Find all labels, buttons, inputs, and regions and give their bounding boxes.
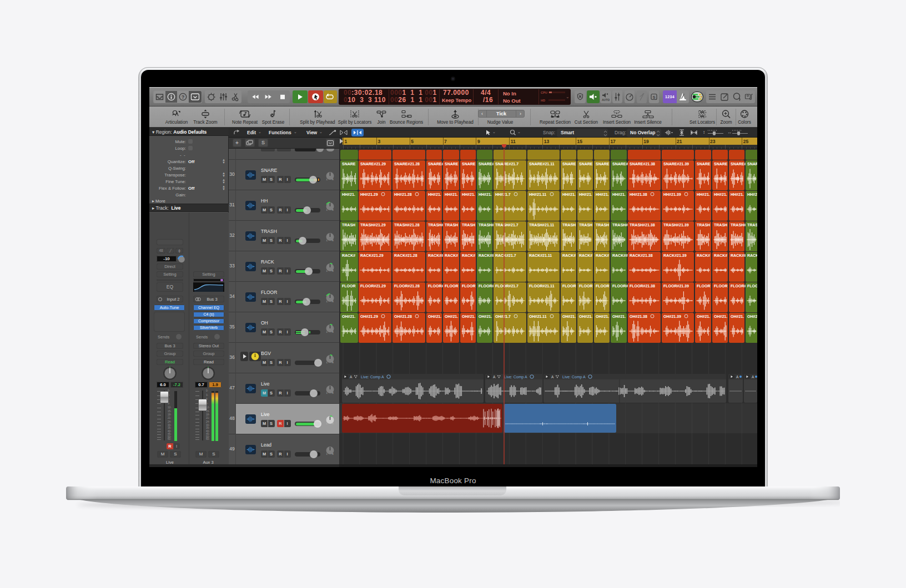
svg-text:R: R	[332, 392, 334, 394]
svg-text:HH#21.: HH#21.	[596, 192, 609, 196]
svg-text:TRASH#21.28: TRASH#21.28	[394, 223, 420, 227]
svg-text:TRASH: TRASH	[714, 223, 727, 227]
svg-text:HH#21.11: HH#21.11	[529, 192, 546, 196]
svg-text:A: A	[551, 375, 554, 379]
svg-text:TRASH: TRASH	[596, 223, 609, 227]
svg-text:SNARE: SNARE	[342, 162, 356, 166]
svg-text:HH#21.: HH#21.	[445, 192, 458, 196]
svg-text:FLOOR: FLOOR	[445, 284, 459, 288]
svg-text:OH#21.: OH#21.	[562, 315, 576, 318]
svg-text:FLOOR: FLOOR	[579, 284, 593, 288]
svg-text:TRASH#21.11: TRASH#21.11	[529, 223, 554, 227]
svg-text:TRASH#: TRASH#	[479, 223, 494, 227]
svg-text:HH#21.: HH#21.	[579, 192, 592, 196]
svg-text:R: R	[332, 453, 334, 455]
svg-text:Live: Comp A: Live: Comp A	[361, 375, 384, 379]
svg-text:R: R	[332, 300, 334, 303]
svg-text:OH#21.: OH#21.	[714, 315, 727, 318]
svg-text:HH#21.: HH#21.	[479, 192, 492, 196]
svg-text:TRASH: TRASH	[562, 223, 576, 227]
svg-text:SNARE#21.11: SNARE#21.11	[529, 162, 555, 166]
svg-text:FLOOR#21.39: FLOOR#21.39	[663, 284, 689, 288]
svg-text:RACK#: RACK#	[714, 254, 727, 257]
svg-text:TRASH: TRASH	[342, 223, 355, 227]
svg-text:SNARE#: SNARE#	[479, 162, 495, 166]
svg-text:HH#21.: HH#21.	[462, 192, 475, 196]
svg-text:A: A	[752, 375, 754, 379]
svg-text:TRASH: TRASH	[579, 223, 592, 227]
svg-text:OH#21: OH#21	[747, 315, 757, 318]
svg-text:OH#21.: OH#21.	[697, 315, 710, 318]
svg-text:SNARE: SNARE	[596, 162, 610, 166]
svg-text:TRASH#21.38: TRASH#21.38	[630, 223, 655, 227]
svg-text:RACK#21.39: RACK#21.39	[663, 254, 687, 257]
svg-text:RACK#: RACK#	[462, 254, 475, 257]
svg-text:RACK#: RACK#	[697, 254, 710, 257]
svg-text:R: R	[332, 209, 334, 211]
svg-text:SNARE: SNARE	[697, 162, 711, 166]
svg-text:TRASH#21.39: TRASH#21.39	[663, 223, 689, 227]
svg-text:OH#21.11: OH#21.11	[529, 315, 547, 318]
svg-text:OH#21.: OH#21.	[445, 315, 458, 318]
svg-text:R: R	[332, 239, 334, 242]
svg-text:R: R	[332, 178, 334, 181]
svg-text:SNARE: SNARE	[562, 162, 576, 166]
svg-text:FLOOR: FLOOR	[697, 284, 711, 288]
svg-text:FLOOR#21.28: FLOOR#21.28	[394, 284, 420, 288]
svg-text:TRASH: TRASH	[747, 223, 757, 227]
svg-text:SNARE: SNARE	[747, 162, 757, 166]
svg-text:HH#21.38: HH#21.38	[630, 192, 647, 196]
svg-text:RACK##: RACK##	[612, 254, 628, 257]
svg-text:HH#21.: HH#21.	[731, 192, 744, 196]
svg-text:TRASH: TRASH	[462, 223, 475, 227]
svg-text:SNARE: SNARE	[714, 162, 728, 166]
svg-text:Live: Comp A: Live: Comp A	[562, 375, 586, 379]
svg-text:FLOOR#21.29: FLOOR#21.29	[360, 284, 386, 288]
svg-text:OH#21.: OH#21.	[462, 315, 475, 318]
svg-text:FLOOR#: FLOOR#	[479, 284, 494, 288]
svg-text:HH#21.39: HH#21.39	[663, 192, 681, 196]
svg-text:TRASH#: TRASH#	[731, 223, 746, 227]
svg-text:OH#21.7: OH#21.7	[495, 315, 511, 318]
svg-text:TRASH#: TRASH#	[612, 223, 628, 227]
svg-text:OH#21.: OH#21.	[428, 315, 441, 318]
svg-text:RACK#21.29: RACK#21.29	[360, 254, 384, 257]
svg-text:RACK#: RACK#	[747, 254, 757, 257]
svg-text:HH#21.: HH#21.	[697, 192, 710, 196]
svg-text:OH#21.: OH#21.	[479, 315, 492, 318]
svg-text:RACK#: RACK#	[445, 254, 458, 257]
svg-text:R: R	[332, 361, 334, 364]
svg-text:RACK#: RACK#	[579, 254, 592, 257]
svg-text:OH#21.29: OH#21.29	[360, 315, 378, 318]
svg-text:FLOOR: FLOOR	[747, 284, 757, 288]
svg-text:TRASH: TRASH	[697, 223, 710, 227]
svg-text:FLOOR#: FLOOR#	[731, 284, 746, 288]
svg-text:HH#21.: HH#21.	[428, 192, 441, 196]
svg-text:FLOOR: FLOOR	[714, 284, 728, 288]
svg-text:TRASH: TRASH	[445, 223, 458, 227]
svg-text:RACK#: RACK#	[562, 254, 576, 257]
svg-text:A: A	[350, 375, 353, 379]
svg-text:HH#21.: HH#21.	[612, 192, 626, 196]
svg-text:SNARE#21.38: SNARE#21.38	[630, 162, 655, 166]
svg-text:SNARE: SNARE	[579, 162, 593, 166]
svg-text:FLOOR: FLOOR	[462, 284, 476, 288]
svg-text:OH#21.: OH#21.	[612, 315, 626, 318]
svg-text:AUTO: AUTO	[602, 98, 610, 102]
svg-text:A: A	[493, 375, 496, 379]
svg-text:SNARE: SNARE	[462, 162, 476, 166]
svg-text:SNARE#21.39: SNARE#21.39	[663, 162, 689, 166]
svg-text:OH#21.28: OH#21.28	[394, 315, 412, 318]
svg-text:SNARE#21.28: SNARE#21.28	[394, 162, 420, 166]
svg-text:R: R	[332, 270, 334, 272]
svg-text:FLOOR: FLOOR	[562, 284, 576, 288]
svg-text:HH#21.7: HH#21.7	[495, 192, 511, 196]
svg-text:TRASH#: TRASH#	[428, 223, 444, 227]
svg-text:S: S	[653, 95, 656, 99]
svg-text:FLOOR#21.7: FLOOR#21.7	[495, 284, 519, 288]
svg-text:SNARE#21.29: SNARE#21.29	[360, 162, 386, 166]
svg-text:Live: Comp A: Live: Comp A	[504, 375, 527, 379]
svg-text:OH#21.: OH#21.	[731, 315, 744, 318]
svg-text:FLOOR: FLOOR	[596, 284, 610, 288]
svg-text:SNARE#21.7: SNARE#21.7	[495, 162, 519, 166]
